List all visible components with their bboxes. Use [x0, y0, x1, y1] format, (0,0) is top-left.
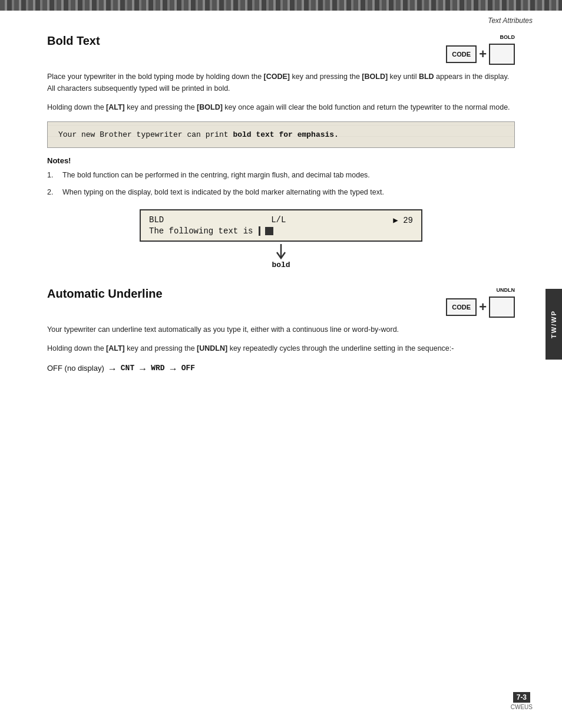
- example-box: Your new Brother typewriter can print bo…: [47, 121, 515, 148]
- top-decorative-bar: [0, 0, 562, 11]
- underline-plus-icon: +: [479, 299, 487, 315]
- bold-text-section-header: Bold Text BOLD CODE +: [47, 34, 515, 65]
- underline-paragraph-1: Your typewriter can underline text autom…: [47, 324, 515, 335]
- display-area: BLD L/L ▶ 29 The following text is bold: [47, 209, 515, 269]
- alt-key-ref: [ALT]: [106, 103, 125, 111]
- note-text-1: The bold function can be performed in th…: [62, 170, 370, 181]
- alt-key-ref2: [ALT]: [106, 344, 125, 353]
- bold-key: [489, 44, 515, 65]
- note-num-1: 1.: [47, 170, 58, 181]
- arrow-1: →: [108, 361, 117, 377]
- sequence-cnt: CNT: [121, 363, 134, 375]
- page-num-box: 7-3: [513, 692, 530, 703]
- main-content: Bold Text BOLD CODE + Place your typewri…: [0, 34, 562, 376]
- underline-key-label: UNDLN: [497, 287, 515, 293]
- bold-key-combo-wrapper: BOLD CODE +: [446, 34, 515, 65]
- bold-paragraph-1: Place your typewriter in the bold typing…: [47, 71, 515, 94]
- automatic-underline-title: Automatic Underline: [47, 287, 434, 301]
- display-cursor: [265, 227, 273, 235]
- sequence-off2: OFF: [181, 363, 195, 375]
- arrow-3: →: [168, 361, 178, 377]
- sequence-off: OFF (no display): [47, 363, 104, 375]
- arrow-down-icon: [272, 243, 290, 261]
- code-key: CODE: [446, 45, 477, 63]
- display-bottom-row: The following text is: [149, 226, 413, 236]
- underline-key-combo: CODE +: [446, 297, 515, 318]
- underline-key-combo-wrapper: UNDLN CODE +: [446, 287, 515, 318]
- right-tab: TW/WP: [546, 289, 562, 360]
- display-box: BLD L/L ▶ 29 The following text is: [140, 209, 422, 242]
- display-text: The following text is: [149, 226, 253, 236]
- page-number-area: 7-3 CWEUS: [511, 692, 533, 710]
- display-top-row: BLD L/L ▶ 29: [149, 215, 413, 225]
- notes-header: Notes!: [47, 156, 515, 165]
- example-bold-text: bold text for emphasis.: [233, 130, 338, 139]
- display-bold-marker: [259, 226, 260, 236]
- undln-key: [489, 297, 515, 318]
- page-container: Text Attributes TW/WP Bold Text BOLD COD…: [0, 0, 562, 728]
- automatic-underline-section-header: Automatic Underline UNDLN CODE +: [47, 287, 515, 318]
- bold-key-combo: CODE +: [446, 44, 515, 65]
- display-bld: BLD: [149, 215, 164, 225]
- bld-display: BLD: [419, 73, 434, 81]
- section-label: Text Attributes: [0, 14, 562, 25]
- example-text: Your new Brother typewriter can print bo…: [58, 130, 339, 139]
- display-num: ▶ 29: [393, 215, 413, 225]
- code-key-ref: [CODE]: [264, 73, 290, 81]
- bold-paragraph-2: Holding down the [ALT] key and pressing …: [47, 101, 515, 113]
- bold-text-title: Bold Text: [47, 34, 434, 48]
- arrow-2: →: [138, 361, 147, 377]
- sequence-text: OFF (no display) → CNT → WRD → OFF: [47, 361, 515, 377]
- bold-annotation-area: bold: [272, 243, 290, 269]
- right-tab-text: TW/WP: [550, 310, 557, 338]
- note-num-2: 2.: [47, 187, 58, 198]
- notes-list: 1. The bold function can be performed in…: [47, 170, 515, 199]
- note-2: 2. When typing on the display, bold text…: [47, 187, 515, 198]
- note-1: 1. The bold function can be performed in…: [47, 170, 515, 181]
- display-ll: L/L: [271, 215, 286, 225]
- note-text-2: When typing on the display, bold text is…: [62, 187, 384, 198]
- undln-key-ref: [UNDLN]: [197, 344, 227, 353]
- page-num-label: CWEUS: [511, 704, 533, 710]
- underline-code-key: CODE: [446, 298, 477, 316]
- bold-key-ref2: [BOLD]: [197, 103, 223, 111]
- bold-annotation-label: bold: [272, 261, 290, 269]
- bold-key-label: BOLD: [500, 34, 515, 40]
- underline-paragraph-2: Holding down the [ALT] key and pressing …: [47, 342, 515, 354]
- plus-icon: +: [479, 47, 487, 62]
- sequence-wrd: WRD: [151, 363, 164, 375]
- bold-key-ref: [BOLD]: [362, 73, 388, 81]
